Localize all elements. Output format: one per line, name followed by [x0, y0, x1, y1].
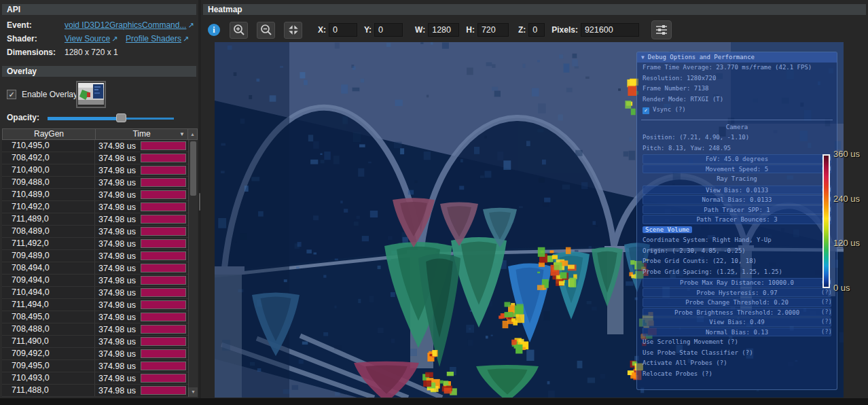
overlay-section-header: Overlay — [2, 66, 196, 77]
enable-overlay-checkbox[interactable]: ✓ — [7, 90, 16, 99]
time-bar — [141, 313, 186, 321]
time-bar-fill — [141, 374, 185, 382]
time-cell: 374.98 us — [95, 336, 188, 347]
h-label: H: — [466, 25, 475, 35]
time-value: 374.98 us — [98, 154, 141, 163]
time-cell: 374.98 us — [95, 152, 188, 164]
time-bar — [141, 276, 186, 285]
debug-row: ✓Pitch: 8.13, Yaw: 248.95 — [637, 143, 837, 154]
time-bar — [141, 202, 186, 211]
table-row[interactable]: 711,489,0 374.98 us — [2, 213, 188, 226]
table-scrollbar-thumb[interactable] — [190, 141, 196, 196]
heatmap-settings-button[interactable] — [651, 20, 672, 39]
table-row[interactable]: 708,492,0 374.98 us — [2, 152, 188, 164]
time-bar — [141, 386, 186, 395]
debug-row-text: Pitch: 8.13, Yaw: 248.95 — [643, 145, 731, 152]
debug-row-text: View Bias: 0.0133 — [706, 187, 768, 194]
debug-row-text: Probe Brightness Threshold: 2.0000 — [674, 309, 799, 316]
table-scrollbar[interactable] — [188, 140, 198, 387]
profile-shaders-link[interactable]: Profile Shaders — [126, 34, 181, 43]
table-row[interactable]: 709,494,0 374.98 us — [2, 275, 188, 287]
debug-row: ✓Vsync (?) — [637, 105, 837, 116]
colorbar-label: 0 us — [833, 283, 868, 293]
raygen-cell: 708,495,0 — [2, 311, 95, 323]
time-cell: 374.98 us — [95, 177, 188, 188]
w-field[interactable]: 1280 — [428, 23, 459, 37]
debug-row-text: Use Scrolling Movement (?) — [643, 338, 738, 345]
table-row[interactable]: 711,490,0 374.98 us — [2, 336, 188, 348]
time-value: 374.98 us — [98, 276, 141, 285]
table-row[interactable]: 709,488,0 374.98 us — [2, 177, 188, 189]
h-field[interactable]: 720 — [477, 23, 509, 37]
time-bar-fill — [141, 338, 185, 345]
event-link[interactable]: void ID3D12GraphicsCommand... — [65, 20, 186, 30]
table-row[interactable]: 709,492,0 374.98 us — [2, 348, 188, 360]
zoom-out-button[interactable] — [257, 22, 275, 39]
raygen-cell: 710,490,0 — [2, 164, 95, 176]
table-scroll-up-button[interactable]: ▲ — [187, 129, 197, 139]
y-label: Y: — [364, 25, 372, 35]
info-icon[interactable]: i — [208, 24, 220, 36]
time-bar — [141, 264, 186, 272]
raygen-cell: 709,488,0 — [2, 177, 95, 188]
debug-row-text: Frame Number: 7138 — [643, 85, 709, 92]
table-row[interactable]: 708,488,0 374.98 us — [2, 323, 188, 336]
y-field[interactable]: 0 — [374, 23, 403, 37]
zoom-in-button[interactable] — [230, 22, 248, 39]
time-bar-fill — [141, 325, 185, 333]
opacity-slider-handle[interactable] — [116, 113, 126, 122]
debug-panel-body: ✓Frame Time Average: 23.770 ms/frame (42… — [637, 63, 837, 379]
table-row[interactable]: 710,489,0 374.98 us — [2, 189, 188, 201]
time-bar-fill — [141, 350, 185, 357]
debug-row: ✓Path Tracer Bounces: 3(?) — [643, 215, 831, 224]
overlay-thumbnail[interactable] — [76, 81, 106, 108]
table-row[interactable]: 710,492,0 374.98 us — [2, 201, 188, 213]
table-row[interactable]: 709,489,0 374.98 us — [2, 250, 188, 262]
debug-row-text: Movement Speed: 5 — [706, 166, 768, 173]
table-row[interactable]: 708,495,0 374.98 us — [2, 311, 188, 323]
time-bar — [141, 288, 186, 297]
debug-row: ✓Ray Tracing — [637, 174, 837, 185]
debug-row-hint: (?) — [821, 317, 831, 325]
debug-row-text: Position: (7.21, 4.90, -1.10) — [643, 134, 749, 141]
time-cell: 374.98 us — [95, 323, 188, 335]
table-row[interactable]: 710,490,0 374.98 us — [2, 164, 188, 177]
table-row[interactable]: 710,494,0 374.98 us — [2, 287, 188, 299]
table-row[interactable]: 710,493,0 374.98 us — [2, 372, 188, 385]
table-row[interactable]: 711,492,0 374.98 us — [2, 238, 188, 250]
raygen-cell: 711,489,0 — [2, 213, 95, 225]
pixels-field[interactable]: 921600 — [581, 23, 639, 37]
debug-row-text: Relocate Probes (?) — [643, 370, 712, 377]
debug-row: ✓Path Tracer SPP: 1(?) — [643, 205, 831, 215]
table-row[interactable]: 711,488,0 374.98 us — [2, 385, 188, 397]
table-row[interactable]: 709,495,0 374.98 us — [2, 360, 188, 372]
column-header-time[interactable]: Time ▼ — [96, 129, 187, 139]
view-source-link[interactable]: View Source — [65, 34, 110, 43]
table-row[interactable]: 708,489,0 374.98 us — [2, 226, 188, 238]
raygen-cell: 710,489,0 — [2, 189, 95, 200]
debug-row: ✓Probe Change Threshold: 0.20(?) — [643, 298, 831, 307]
debug-row-text: Camera — [726, 124, 748, 130]
table-scroll-down-button[interactable]: ▼ — [188, 387, 198, 397]
time-sort-dropdown-icon[interactable]: ▼ — [179, 129, 185, 139]
x-field[interactable]: 0 — [329, 23, 357, 37]
w-label: W: — [415, 25, 425, 35]
debug-row: ✓Normal Bias: 0.0133(?) — [643, 195, 831, 205]
time-cell: 374.98 us — [95, 226, 188, 237]
time-cell: 374.98 us — [95, 164, 188, 176]
z-field[interactable]: 0 — [528, 23, 545, 37]
table-row[interactable]: 708,494,0 374.98 us — [2, 262, 188, 275]
heatmap-image[interactable]: ▼Debug Options and Performance ✓Frame Ti… — [215, 42, 844, 398]
raygen-cell: 708,492,0 — [2, 152, 95, 164]
column-header-raygen[interactable]: RayGen — [3, 129, 96, 139]
debug-row: ✓Position: (7.21, 4.90, -1.10) — [637, 133, 837, 143]
debug-row-text: Origin: (-2.30, 4.85, -0.25) — [643, 247, 746, 254]
table-row[interactable]: 711,494,0 374.98 us — [2, 299, 188, 311]
debug-row: ✓Coordinate System: Right Hand, Y-Up — [637, 235, 837, 246]
time-value: 374.98 us — [98, 325, 141, 334]
time-bar — [141, 362, 186, 370]
colorbar-labels: 360 us 240 us 120 us 0 us — [833, 149, 868, 293]
table-row[interactable]: 710,495,0 374.98 us — [2, 140, 188, 152]
pixels-label: Pixels: — [551, 25, 578, 35]
zoom-fit-button[interactable] — [284, 22, 302, 39]
